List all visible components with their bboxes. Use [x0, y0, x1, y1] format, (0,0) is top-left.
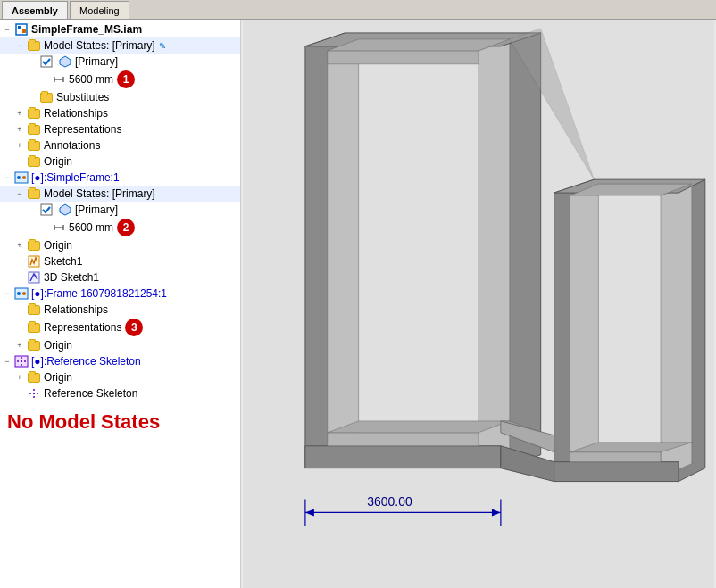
svg-point-19 — [17, 292, 21, 295]
svg-marker-44 — [570, 452, 662, 462]
substitutes[interactable]: Substitutes — [0, 89, 240, 105]
folder-icon-sub — [39, 90, 54, 104]
assembly-icon — [14, 22, 29, 37]
svg-rect-3 — [41, 56, 52, 67]
primary-1[interactable]: [Primary] — [0, 54, 240, 70]
svg-rect-11 — [41, 204, 52, 215]
primary-2[interactable]: [Primary] — [0, 202, 240, 218]
origin-2-label: Origin — [44, 239, 72, 252]
expand-org-2[interactable]: + — [14, 240, 25, 251]
model-states-2-label: Model States: [Primary] — [44, 187, 155, 200]
expand-org-ref[interactable]: + — [14, 372, 25, 383]
expand-empty-10 — [14, 322, 25, 333]
folder-icon-ann — [27, 138, 41, 153]
expand-model-states-1[interactable]: − — [14, 40, 25, 51]
folder-icon-ms2 — [27, 186, 41, 201]
folder-icon-rep-2 — [27, 320, 41, 335]
representations-1[interactable]: + Representations — [0, 121, 240, 137]
sketch-icon — [27, 254, 41, 269]
measure-icon-2 — [52, 220, 66, 235]
svg-marker-30 — [479, 39, 510, 457]
representations-1-label: Representations — [44, 123, 121, 136]
sketch1[interactable]: Sketch1 — [0, 253, 240, 269]
svg-marker-32 — [328, 51, 479, 64]
ref-skeleton-leaf-label: Reference Skeleton — [44, 387, 137, 400]
svg-marker-33 — [328, 39, 510, 51]
main-container: − SimpleFrame_MS.iam − Model States: [Pr… — [0, 20, 716, 588]
folder-icon-org-ref — [27, 370, 41, 385]
relationships-2[interactable]: Relationships — [0, 302, 240, 318]
expand-empty-3 — [27, 92, 37, 103]
origin-2[interactable]: + Origin — [0, 237, 240, 253]
primary-1-label: [Primary] — [75, 55, 118, 68]
svg-marker-34 — [305, 446, 501, 468]
part-icon-1 — [58, 54, 72, 69]
sketch3d-icon — [27, 270, 41, 285]
part-icon-2 — [58, 203, 72, 217]
folder-icon-org-1 — [27, 154, 41, 169]
tree-root[interactable]: − SimpleFrame_MS.iam — [0, 21, 240, 37]
origin-ref[interactable]: + Origin — [0, 369, 240, 385]
relationships-1[interactable]: + Relationships — [0, 105, 240, 121]
viewport[interactable]: 3600.00 — [241, 20, 716, 588]
3d-view-svg: 3600.00 — [241, 20, 716, 588]
expand-rep-1[interactable]: + — [14, 124, 25, 135]
origin-3[interactable]: + Origin — [0, 337, 240, 353]
tab-assembly-label: Assembly — [12, 5, 58, 16]
origin-ref-label: Origin — [44, 371, 72, 384]
model-states-1[interactable]: − Model States: [Primary] ✎ — [0, 37, 240, 54]
tab-modeling[interactable]: Modeling — [70, 1, 129, 19]
svg-marker-43 — [554, 462, 679, 482]
svg-rect-2 — [22, 29, 26, 33]
folder-icon-1 — [27, 38, 41, 53]
sketch3d-label: 3D Sketch1 — [44, 271, 99, 284]
expand-empty-8 — [14, 272, 25, 283]
svg-point-20 — [22, 292, 26, 295]
svg-marker-40 — [661, 184, 692, 476]
checkbox-icon-2 — [39, 203, 54, 217]
representations-2[interactable]: Representations 3 — [0, 318, 240, 337]
folder-icon-org-3 — [27, 338, 41, 352]
origin-1-label: Origin — [44, 155, 72, 168]
substitutes-label: Substitutes — [56, 91, 109, 104]
origin-3-label: Origin — [44, 339, 72, 352]
expand-frame[interactable]: − — [2, 288, 12, 299]
expand-ann[interactable]: + — [14, 140, 25, 151]
primary-2-label: [Primary] — [75, 203, 118, 216]
tab-assembly[interactable]: Assembly — [2, 1, 68, 19]
model-states-2[interactable]: − Model States: [Primary] — [0, 186, 240, 202]
folder-icon-rel-1 — [27, 106, 41, 120]
expand-sf[interactable]: − — [2, 172, 12, 183]
expand-root[interactable]: − — [2, 24, 12, 35]
origin-1[interactable]: Origin — [0, 153, 240, 170]
model-states-1-label: Model States: [Primary] — [44, 39, 155, 52]
sketch3d[interactable]: 3D Sketch1 — [0, 269, 240, 286]
tab-modeling-label: Modeling — [79, 5, 120, 16]
5600mm-2[interactable]: 5600 mm 2 — [0, 218, 240, 237]
svg-marker-4 — [60, 56, 71, 67]
simpleframe-item[interactable]: − [●]:SimpleFrame:1 — [0, 170, 240, 186]
expand-empty-6 — [39, 222, 50, 233]
ref-skeleton-item[interactable]: − [●]:Reference Skeleton — [0, 353, 240, 369]
frame-item[interactable]: − [●]:Frame 1607981821254:1 — [0, 286, 240, 302]
expand-rel-1[interactable]: + — [14, 108, 25, 119]
expand-empty-7 — [14, 256, 25, 267]
checkbox-icon-1 — [39, 54, 54, 69]
sketch1-label: Sketch1 — [44, 255, 82, 268]
5600mm-1[interactable]: 5600 mm 1 — [0, 70, 240, 89]
annotations[interactable]: + Annotations — [0, 137, 240, 153]
badge-2: 2 — [117, 219, 135, 236]
expand-empty-11 — [14, 388, 25, 399]
expand-ref[interactable]: − — [2, 356, 12, 367]
tab-bar: Assembly Modeling — [0, 0, 716, 20]
svg-rect-1 — [18, 26, 21, 29]
ref-icon — [14, 354, 29, 369]
root-label: SimpleFrame_MS.iam — [31, 23, 142, 36]
expand-model-states-2[interactable]: − — [14, 188, 25, 199]
ref-skeleton-leaf[interactable]: Reference Skeleton — [0, 385, 240, 402]
edit-icon-1[interactable]: ✎ — [159, 41, 166, 51]
folder-icon-rep-1 — [27, 122, 41, 137]
expand-empty-9 — [14, 304, 25, 315]
expand-org-3[interactable]: + — [14, 340, 25, 351]
measure-icon-1 — [52, 72, 66, 87]
